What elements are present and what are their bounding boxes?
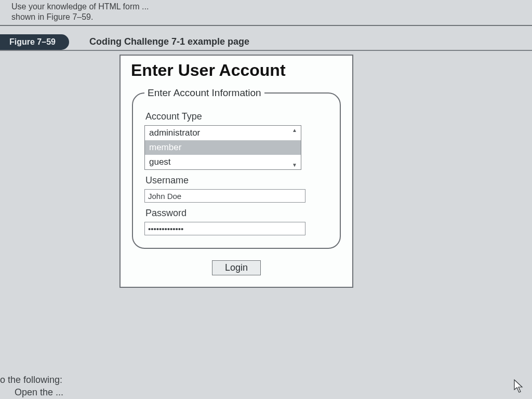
password-label: Password xyxy=(145,208,328,219)
form-title: Enter User Account xyxy=(131,61,343,80)
account-type-listbox[interactable]: administratormemberguest xyxy=(144,125,301,170)
figure-header: Figure 7–59 Coding Challenge 7-1 example… xyxy=(0,34,532,52)
rule-top xyxy=(0,25,532,26)
account-type-option[interactable]: member xyxy=(145,140,301,155)
password-input[interactable] xyxy=(144,222,305,235)
username-label: Username xyxy=(145,175,328,186)
mouse-cursor-icon xyxy=(513,379,525,394)
account-type-label: Account Type xyxy=(145,111,328,122)
context-line-2: shown in Figure 7–59. xyxy=(11,12,532,22)
figure-caption: Coding Challenge 7-1 example page xyxy=(89,36,249,47)
fieldset-legend: Enter Account Information xyxy=(144,87,264,99)
surrounding-text-top: Use your knowledge of HTML form ... show… xyxy=(0,0,532,22)
username-input[interactable] xyxy=(144,189,305,203)
account-type-option[interactable]: guest xyxy=(145,155,301,169)
context-line-1: Use your knowledge of HTML form ... xyxy=(11,2,532,11)
surrounding-text-bottom-1: o the following: xyxy=(0,375,62,385)
example-form-window: Enter User Account Enter Account Informa… xyxy=(119,55,353,288)
surrounding-text-bottom-2: Open the ... xyxy=(15,387,63,398)
figure-label-pill: Figure 7–59 xyxy=(0,34,69,50)
account-fieldset: Enter Account Information Account Type a… xyxy=(132,87,341,249)
rule-under-caption xyxy=(0,50,532,51)
account-type-listbox-wrap: administratormemberguest ▲ ▼ xyxy=(144,125,300,170)
account-type-option[interactable]: administrator xyxy=(145,126,301,140)
login-button[interactable]: Login xyxy=(212,260,261,275)
